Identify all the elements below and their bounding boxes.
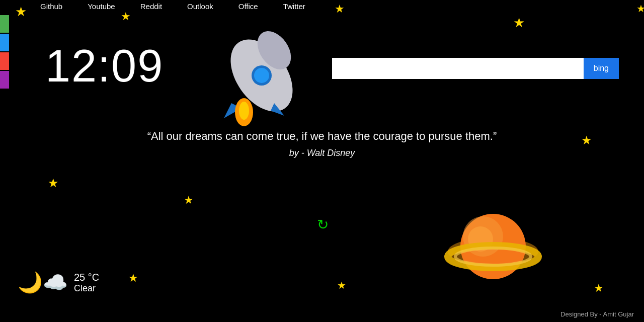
star-3: ★	[513, 15, 525, 31]
weather-condition: Clear	[74, 283, 99, 294]
red-strip	[0, 52, 9, 70]
quote-container: “All our dreams can come true, if we hav…	[146, 130, 498, 158]
search-button[interactable]: bing	[584, 58, 619, 79]
outlook-link[interactable]: Outlook	[187, 2, 213, 11]
weather-temperature: 25 °C	[74, 272, 99, 283]
star-2: ★	[335, 3, 345, 16]
purple-strip	[0, 71, 9, 89]
svg-point-3	[254, 68, 269, 83]
office-link[interactable]: Office	[238, 2, 258, 11]
search-container: bing	[332, 58, 619, 79]
weather-info: 25 °C Clear	[74, 272, 99, 294]
star-4: ★	[636, 3, 644, 15]
navigation: GithubYoutubeRedditOutlookOfficeTwitter	[40, 0, 305, 13]
rocket-illustration	[196, 28, 307, 128]
green-strip	[0, 15, 9, 33]
weather-icon: 🌙☁️	[18, 271, 68, 294]
star-6: ★	[184, 194, 194, 207]
twitter-link[interactable]: Twitter	[283, 2, 305, 11]
search-input[interactable]	[332, 58, 584, 79]
clock-display: 12:09	[45, 40, 164, 92]
blue-strip	[0, 34, 9, 51]
saturn-illustration	[443, 201, 543, 287]
star-9: ★	[337, 279, 346, 291]
star-7: ★	[581, 133, 592, 147]
quote-text: “All our dreams can come true, if we hav…	[146, 130, 498, 143]
quote-author: by - Walt Disney	[146, 148, 498, 158]
sidebar-strips	[0, 15, 9, 90]
weather-widget: 🌙☁️ 25 °C Clear	[18, 271, 99, 294]
footer-credit: Designed By - Amit Gujar	[560, 310, 634, 318]
clock-time: 12:09	[45, 41, 164, 91]
star-5: ★	[48, 176, 59, 190]
youtube-link[interactable]: Youtube	[88, 2, 115, 11]
refresh-icon[interactable]: ↻	[317, 216, 329, 233]
svg-point-7	[239, 102, 249, 120]
star-0: ★	[15, 4, 27, 20]
github-link[interactable]: Github	[40, 2, 62, 11]
reddit-link[interactable]: Reddit	[140, 2, 162, 11]
star-10: ★	[594, 282, 604, 295]
star-8: ★	[128, 272, 138, 285]
